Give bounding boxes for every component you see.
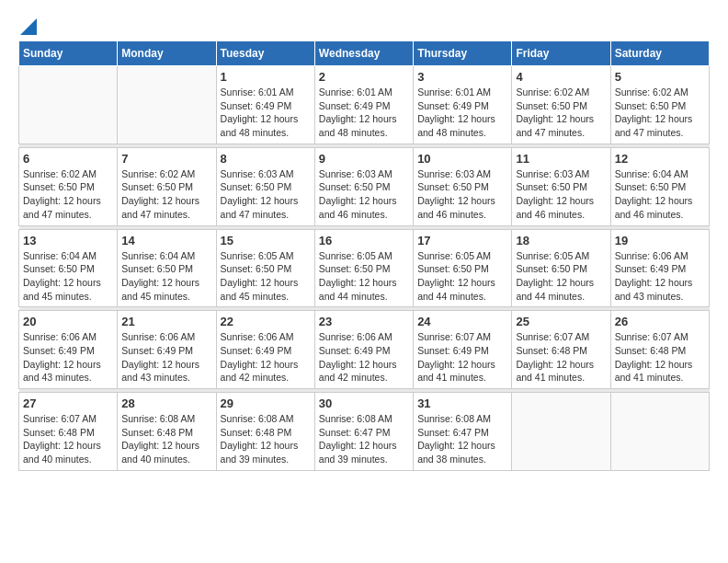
calendar-cell: 22Sunrise: 6:06 AM Sunset: 6:49 PM Dayli… [216,311,314,389]
calendar-cell: 10Sunrise: 6:03 AM Sunset: 6:50 PM Dayli… [414,147,512,225]
day-number: 17 [417,234,507,247]
column-header-tuesday: Tuesday [216,41,314,66]
calendar-week-row: 13Sunrise: 6:04 AM Sunset: 6:50 PM Dayli… [19,229,710,307]
day-info: Sunrise: 6:05 AM Sunset: 6:50 PM Dayligh… [319,249,409,304]
day-info: Sunrise: 6:07 AM Sunset: 6:49 PM Dayligh… [417,330,507,385]
day-number: 12 [615,152,705,166]
day-number: 3 [417,70,507,84]
day-info: Sunrise: 6:06 AM Sunset: 6:49 PM Dayligh… [23,330,113,385]
page-header [18,18,710,31]
calendar-cell: 15Sunrise: 6:05 AM Sunset: 6:50 PM Dayli… [216,229,314,307]
day-info: Sunrise: 6:01 AM Sunset: 6:49 PM Dayligh… [417,86,507,140]
calendar-cell: 7Sunrise: 6:02 AM Sunset: 6:50 PM Daylig… [118,147,216,225]
calendar-cell: 6Sunrise: 6:02 AM Sunset: 6:50 PM Daylig… [19,147,118,225]
day-info: Sunrise: 6:08 AM Sunset: 6:48 PM Dayligh… [221,412,311,466]
day-number: 25 [516,315,606,328]
calendar-cell [610,393,709,471]
day-info: Sunrise: 6:02 AM Sunset: 6:50 PM Dayligh… [615,86,705,140]
day-info: Sunrise: 6:01 AM Sunset: 6:49 PM Dayligh… [319,86,409,140]
day-number: 31 [417,396,507,410]
day-number: 9 [319,152,409,166]
day-number: 19 [615,234,705,247]
day-number: 2 [319,70,409,84]
day-number: 6 [23,152,113,166]
day-info: Sunrise: 6:06 AM Sunset: 6:49 PM Dayligh… [121,330,211,385]
day-number: 22 [221,315,311,328]
day-number: 11 [516,152,606,166]
svg-marker-0 [20,18,37,35]
calendar-cell: 16Sunrise: 6:05 AM Sunset: 6:50 PM Dayli… [314,229,413,307]
calendar-cell: 28Sunrise: 6:08 AM Sunset: 6:48 PM Dayli… [118,393,216,471]
day-info: Sunrise: 6:05 AM Sunset: 6:50 PM Dayligh… [516,249,606,304]
day-info: Sunrise: 6:03 AM Sunset: 6:50 PM Dayligh… [319,167,409,222]
day-number: 1 [221,70,311,84]
day-number: 18 [516,234,606,247]
day-info: Sunrise: 6:07 AM Sunset: 6:48 PM Dayligh… [516,330,606,385]
calendar-cell: 12Sunrise: 6:04 AM Sunset: 6:50 PM Dayli… [610,147,709,225]
day-number: 8 [221,152,311,166]
day-number: 14 [121,234,211,247]
day-number: 5 [615,70,705,84]
day-info: Sunrise: 6:03 AM Sunset: 6:50 PM Dayligh… [417,167,507,222]
day-number: 29 [221,396,311,410]
calendar-cell [19,66,118,144]
day-info: Sunrise: 6:05 AM Sunset: 6:50 PM Dayligh… [221,249,311,304]
column-header-saturday: Saturday [610,41,709,66]
day-number: 28 [121,396,211,410]
day-info: Sunrise: 6:07 AM Sunset: 6:48 PM Dayligh… [615,330,705,385]
day-info: Sunrise: 6:06 AM Sunset: 6:49 PM Dayligh… [615,249,705,304]
calendar-cell: 14Sunrise: 6:04 AM Sunset: 6:50 PM Dayli… [118,229,216,307]
day-info: Sunrise: 6:08 AM Sunset: 6:47 PM Dayligh… [417,412,507,466]
calendar-cell: 25Sunrise: 6:07 AM Sunset: 6:48 PM Dayli… [512,311,610,389]
column-header-wednesday: Wednesday [314,41,413,66]
calendar-week-row: 27Sunrise: 6:07 AM Sunset: 6:48 PM Dayli… [19,393,710,471]
day-number: 21 [121,315,211,328]
day-number: 10 [417,152,507,166]
calendar-cell: 29Sunrise: 6:08 AM Sunset: 6:48 PM Dayli… [216,393,314,471]
day-number: 7 [121,152,211,166]
day-number: 4 [516,70,606,84]
day-number: 27 [23,396,113,410]
day-info: Sunrise: 6:04 AM Sunset: 6:50 PM Dayligh… [615,167,705,222]
day-number: 26 [615,315,705,328]
day-number: 24 [417,315,507,328]
calendar-header-row: SundayMondayTuesdayWednesdayThursdayFrid… [19,41,710,66]
day-info: Sunrise: 6:06 AM Sunset: 6:49 PM Dayligh… [221,330,311,385]
day-info: Sunrise: 6:02 AM Sunset: 6:50 PM Dayligh… [516,86,606,140]
day-info: Sunrise: 6:06 AM Sunset: 6:49 PM Dayligh… [319,330,409,385]
calendar-cell: 5Sunrise: 6:02 AM Sunset: 6:50 PM Daylig… [610,66,709,144]
day-number: 13 [23,234,113,247]
day-number: 16 [319,234,409,247]
calendar-cell: 31Sunrise: 6:08 AM Sunset: 6:47 PM Dayli… [414,393,512,471]
day-info: Sunrise: 6:08 AM Sunset: 6:47 PM Dayligh… [319,412,409,466]
day-number: 30 [319,396,409,410]
day-number: 15 [221,234,311,247]
calendar-cell: 9Sunrise: 6:03 AM Sunset: 6:50 PM Daylig… [314,147,413,225]
day-info: Sunrise: 6:01 AM Sunset: 6:49 PM Dayligh… [221,86,311,140]
calendar-cell: 30Sunrise: 6:08 AM Sunset: 6:47 PM Dayli… [314,393,413,471]
day-info: Sunrise: 6:04 AM Sunset: 6:50 PM Dayligh… [121,249,211,304]
calendar-cell: 4Sunrise: 6:02 AM Sunset: 6:50 PM Daylig… [512,66,610,144]
calendar-cell: 21Sunrise: 6:06 AM Sunset: 6:49 PM Dayli… [118,311,216,389]
calendar-cell: 19Sunrise: 6:06 AM Sunset: 6:49 PM Dayli… [610,229,709,307]
calendar-cell: 11Sunrise: 6:03 AM Sunset: 6:50 PM Dayli… [512,147,610,225]
logo [18,18,37,31]
day-info: Sunrise: 6:02 AM Sunset: 6:50 PM Dayligh… [121,167,211,222]
column-header-sunday: Sunday [19,41,118,66]
calendar-week-row: 1Sunrise: 6:01 AM Sunset: 6:49 PM Daylig… [19,66,710,144]
day-info: Sunrise: 6:07 AM Sunset: 6:48 PM Dayligh… [23,412,113,466]
calendar-cell [512,393,610,471]
column-header-thursday: Thursday [414,41,512,66]
calendar-cell: 13Sunrise: 6:04 AM Sunset: 6:50 PM Dayli… [19,229,118,307]
day-info: Sunrise: 6:08 AM Sunset: 6:48 PM Dayligh… [121,412,211,466]
calendar-table: SundayMondayTuesdayWednesdayThursdayFrid… [18,40,710,471]
calendar-cell: 18Sunrise: 6:05 AM Sunset: 6:50 PM Dayli… [512,229,610,307]
calendar-week-row: 6Sunrise: 6:02 AM Sunset: 6:50 PM Daylig… [19,147,710,225]
calendar-cell: 1Sunrise: 6:01 AM Sunset: 6:49 PM Daylig… [216,66,314,144]
column-header-friday: Friday [512,41,610,66]
day-number: 23 [319,315,409,328]
calendar-cell: 20Sunrise: 6:06 AM Sunset: 6:49 PM Dayli… [19,311,118,389]
calendar-cell: 8Sunrise: 6:03 AM Sunset: 6:50 PM Daylig… [216,147,314,225]
calendar-cell [118,66,216,144]
day-info: Sunrise: 6:03 AM Sunset: 6:50 PM Dayligh… [221,167,311,222]
